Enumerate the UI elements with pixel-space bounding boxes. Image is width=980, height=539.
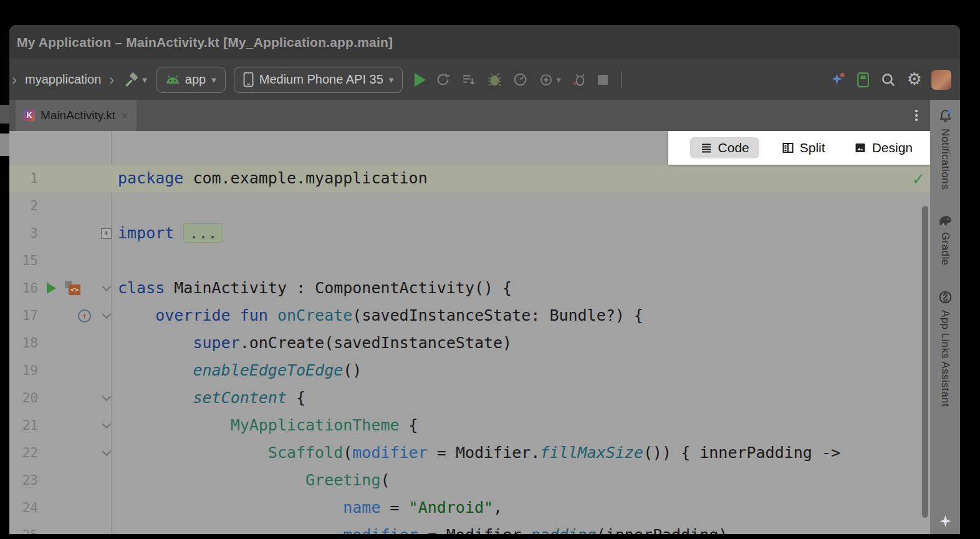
editor-tab-bar: K MainActivity.kt ×	[9, 100, 930, 131]
run-options-icon	[539, 72, 554, 87]
profiler-button[interactable]	[511, 70, 529, 89]
line-number[interactable]: 22	[9, 439, 41, 467]
line-number[interactable]: 25	[9, 522, 41, 534]
code-text[interactable]: Greeting(	[113, 467, 390, 494]
override-method-gutter-icon[interactable]: ↑	[78, 309, 91, 323]
code-text[interactable]	[113, 192, 118, 220]
code-line[interactable]: 25 modifier = Modifier.padding(innerPadd…	[9, 522, 930, 534]
code-text[interactable]: super.onCreate(savedInstanceState)	[113, 329, 512, 357]
split-view-button[interactable]: Split	[776, 137, 832, 158]
line-number[interactable]: 1	[9, 165, 41, 192]
fold-expand-icon[interactable]: +	[101, 228, 112, 239]
line-number[interactable]: 19	[9, 357, 41, 384]
code-line[interactable]: 24 name = "Android",	[9, 494, 930, 522]
clipped-left-panel-edge	[0, 105, 9, 124]
android-icon	[166, 75, 180, 84]
code-text[interactable]: Scaffold(modifier = Modifier.fillMaxSize…	[113, 439, 840, 467]
code-line[interactable]: 22 Scaffold(modifier = Modifier.fillMaxS…	[9, 439, 930, 467]
line-number[interactable]: 15	[9, 247, 41, 274]
close-tab-icon[interactable]: ×	[121, 109, 128, 122]
stop-app-button[interactable]	[597, 74, 609, 86]
search-everywhere-button[interactable]	[879, 70, 898, 89]
tool-button-gradle[interactable]: Gradle	[938, 215, 953, 265]
android-studio-window: My Application – MainActivity.kt [My_App…	[0, 0, 980, 539]
build-project-button[interactable]: ▾	[122, 70, 148, 89]
code-text[interactable]: class MainActivity : ComponentActivity()…	[113, 274, 512, 302]
line-number[interactable]: 16	[9, 274, 41, 302]
code-line[interactable]: 23 Greeting(	[9, 467, 930, 494]
code-text[interactable]: MyApplicationTheme {	[113, 412, 418, 439]
tool-button-app-links-assistant[interactable]: App Links Assistant	[938, 290, 953, 407]
code-segment: onCreate	[277, 306, 352, 324]
tab-mainactivity[interactable]: K MainActivity.kt ×	[16, 100, 137, 131]
design-view-button[interactable]: Design	[848, 137, 919, 158]
run-options-dropdown[interactable]: ▾	[537, 71, 562, 89]
apply-changes-restart-button[interactable]	[434, 70, 452, 89]
fold-collapse-icon[interactable]	[102, 392, 110, 401]
gutter-icons	[41, 494, 99, 522]
code-segment: import	[118, 224, 174, 242]
code-line[interactable]: 17↑ override fun onCreate(savedInstanceS…	[9, 302, 930, 329]
class-gutter-icon[interactable]: <>	[65, 281, 81, 296]
attach-debugger-button[interactable]	[570, 70, 588, 89]
tab-options-kebab-icon[interactable]	[913, 107, 920, 124]
code-text[interactable]	[113, 247, 118, 274]
fold-collapse-icon[interactable]	[102, 420, 110, 429]
tool-button-notifications[interactable]: Notifications	[938, 109, 953, 190]
code-text[interactable]: override fun onCreate(savedInstanceState…	[113, 302, 643, 329]
line-number[interactable]: 3	[9, 220, 41, 247]
user-avatar[interactable]	[931, 70, 951, 90]
line-number[interactable]: 20	[9, 384, 41, 412]
code-text[interactable]: package com.example.myapplication	[113, 165, 428, 192]
running-devices-button[interactable]	[855, 70, 871, 89]
code-line[interactable]: 20 setContent {	[9, 384, 930, 412]
code-segment: MyApplicationTheme	[231, 416, 400, 434]
code-text[interactable]: modifier = Modifier.padding(innerPadding…	[113, 522, 728, 534]
run-app-button[interactable]	[415, 73, 426, 87]
code-segment: .onCreate(savedInstanceState)	[240, 334, 512, 352]
code-text[interactable]: enableEdgeToEdge()	[113, 357, 362, 384]
code-text[interactable]: import ...	[113, 220, 223, 247]
line-number[interactable]: 23	[9, 467, 41, 494]
code-segment	[118, 416, 231, 434]
code-view-button[interactable]: Code	[690, 137, 759, 158]
code-line[interactable]: 18 super.onCreate(savedInstanceState)	[9, 329, 930, 357]
line-number[interactable]: 18	[9, 329, 41, 357]
fold-collapse-icon[interactable]	[102, 447, 110, 456]
gemini-sparkle-icon[interactable]	[939, 515, 952, 528]
run-configuration-selector[interactable]: app ▾	[156, 67, 226, 93]
code-line[interactable]: 19 enableEdgeToEdge()	[9, 357, 930, 384]
code-line[interactable]: 3+import ...	[9, 220, 930, 247]
fold-collapse-icon[interactable]	[102, 310, 110, 319]
code-line[interactable]: 1package com.example.myapplication	[9, 165, 930, 192]
editor-mode-switcher: Code Split	[668, 131, 930, 165]
ide-frame: My Application – MainActivity.kt [My_App…	[9, 25, 960, 534]
settings-gear-icon: ⚙	[907, 71, 922, 88]
code-line[interactable]: 16<>class MainActivity : ComponentActivi…	[9, 274, 930, 302]
line-number[interactable]: 21	[9, 412, 41, 439]
line-number[interactable]: 2	[9, 192, 41, 220]
code-text[interactable]: setContent {	[113, 384, 305, 412]
inspections-ok-check-icon[interactable]: ✓	[911, 170, 925, 189]
toolbar-separator	[621, 71, 622, 89]
debug-app-button[interactable]	[486, 70, 503, 89]
code-segment: (savedInstanceState: Bundle?) {	[352, 306, 643, 324]
code-view-label: Code	[718, 140, 749, 155]
code-editor[interactable]: 1package com.example.myapplication23+imp…	[9, 131, 930, 534]
device-selector[interactable]: Medium Phone API 35 ▾	[234, 67, 403, 93]
line-number[interactable]: 17	[9, 302, 41, 329]
fold-column	[99, 439, 113, 467]
gutter-icons	[41, 247, 99, 274]
apply-code-changes-button[interactable]	[460, 70, 478, 89]
breadcrumb-project[interactable]: myapplication	[25, 72, 101, 87]
run-gutter-icon[interactable]	[47, 283, 56, 294]
code-line[interactable]: 2	[9, 192, 930, 220]
editor-scrollbar[interactable]	[922, 206, 928, 518]
ai-assistant-button[interactable]	[828, 70, 847, 89]
fold-collapse-icon[interactable]	[102, 283, 110, 291]
settings-button[interactable]: ⚙	[906, 70, 923, 89]
code-text[interactable]: name = "Android",	[113, 494, 502, 522]
code-line[interactable]: 21 MyApplicationTheme {	[9, 412, 930, 439]
code-line[interactable]: 15	[9, 247, 930, 274]
line-number[interactable]: 24	[9, 494, 41, 522]
